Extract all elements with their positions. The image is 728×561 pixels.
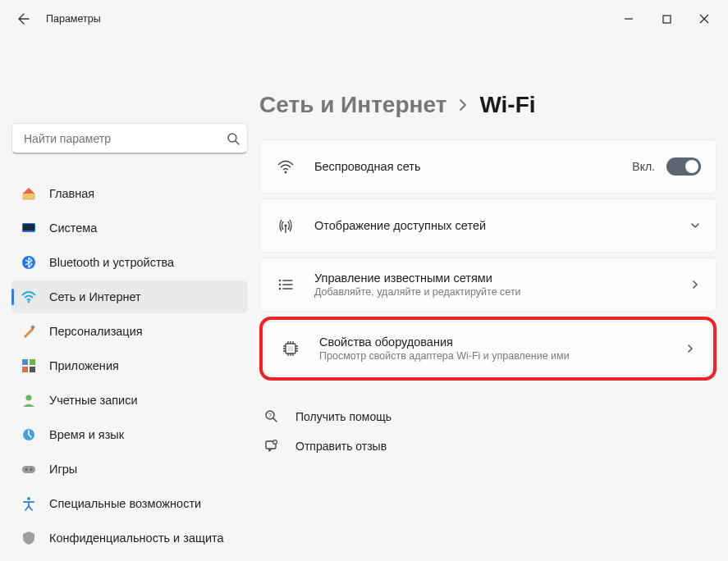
card-subtitle: Просмотр свойств адаптера Wi-Fi и управл… <box>319 350 685 362</box>
breadcrumb-current: Wi-Fi <box>479 92 535 118</box>
svg-rect-7 <box>22 359 28 365</box>
svg-point-5 <box>28 301 30 303</box>
window-controls <box>610 6 723 32</box>
arrow-left-icon <box>17 12 30 25</box>
sidebar-item-label: Система <box>49 221 97 235</box>
bluetooth-icon <box>20 253 38 271</box>
chevron-right-icon <box>685 343 696 354</box>
card-title: Управление известными сетями <box>314 271 689 285</box>
feedback-icon: ! <box>259 439 284 454</box>
card-wireless[interactable]: Беспроводная сеть Вкл. <box>259 139 717 194</box>
sidebar-item-label: Учетные записи <box>49 394 138 407</box>
chevron-down-icon <box>689 220 701 231</box>
svg-rect-13 <box>22 466 35 473</box>
close-icon <box>699 14 709 24</box>
sidebar-item-label: Сеть и Интернет <box>49 290 141 303</box>
svg-point-19 <box>279 280 281 281</box>
personalization-icon <box>20 322 38 340</box>
wireless-toggle[interactable] <box>666 157 701 176</box>
card-available-networks[interactable]: Отображение доступных сетей <box>259 198 717 253</box>
main-content: Сеть и Интернет Wi-Fi Беспроводная сеть … <box>259 38 717 556</box>
antenna-icon <box>273 217 298 235</box>
footer-link-label: Получить помощь <box>295 410 391 423</box>
back-button[interactable] <box>10 5 38 33</box>
sidebar-item-accounts[interactable]: Учетные записи <box>11 384 248 417</box>
privacy-icon <box>20 529 38 547</box>
card-title: Отображение доступных сетей <box>314 219 689 232</box>
card-subtitle: Добавляйте, удаляйте и редактируйте сети <box>314 286 689 298</box>
system-icon <box>20 219 38 237</box>
sidebar-item-network[interactable]: Сеть и Интернет <box>11 280 248 313</box>
chip-icon <box>278 340 303 358</box>
sidebar-item-time-language[interactable]: Время и язык <box>11 418 248 451</box>
svg-rect-3 <box>23 224 34 230</box>
search-box[interactable] <box>11 123 248 154</box>
close-button[interactable] <box>685 6 723 32</box>
accessibility-icon <box>20 495 38 513</box>
apps-icon <box>20 357 38 375</box>
wifi-icon <box>20 288 38 306</box>
wifi-icon <box>273 157 298 176</box>
sidebar-item-label: Главная <box>49 187 94 200</box>
sidebar-item-privacy[interactable]: Конфиденциальность и защита <box>11 522 248 554</box>
footer-links: ? Получить помощь ! Отправить отзыв <box>259 402 717 461</box>
svg-rect-6 <box>30 325 35 330</box>
sidebar-item-label: Приложения <box>49 359 119 372</box>
svg-point-21 <box>279 288 281 290</box>
maximize-button[interactable] <box>648 6 685 32</box>
svg-rect-10 <box>30 367 35 372</box>
sidebar-item-label: Персонализация <box>49 325 143 338</box>
sidebar-item-gaming[interactable]: Игры <box>11 453 248 486</box>
gaming-icon <box>20 460 38 478</box>
sidebar: Главная Система Bluetooth и устройства С… <box>11 38 259 556</box>
svg-rect-23 <box>288 346 293 351</box>
sidebar-item-apps[interactable]: Приложения <box>11 349 248 382</box>
sidebar-item-label: Специальные возможности <box>49 497 201 510</box>
svg-rect-9 <box>22 367 28 372</box>
svg-point-20 <box>279 284 281 285</box>
app-title: Параметры <box>46 13 101 25</box>
sidebar-item-personalization[interactable]: Персонализация <box>11 315 248 348</box>
svg-point-1 <box>228 134 236 142</box>
list-icon <box>273 276 298 294</box>
sidebar-item-bluetooth[interactable]: Bluetooth и устройства <box>11 246 248 279</box>
sidebar-item-home[interactable]: Главная <box>11 177 248 210</box>
footer-link-label: Отправить отзыв <box>295 440 387 453</box>
svg-rect-8 <box>30 359 35 365</box>
breadcrumb-parent[interactable]: Сеть и Интернет <box>259 92 446 118</box>
help-icon: ? <box>259 409 284 424</box>
get-help-link[interactable]: ? Получить помощь <box>259 402 717 431</box>
feedback-link[interactable]: ! Отправить отзыв <box>259 431 717 461</box>
chevron-right-icon <box>689 279 701 290</box>
nav-list: Главная Система Bluetooth и устройства С… <box>11 177 248 554</box>
svg-text:?: ? <box>268 413 272 418</box>
search-icon <box>227 132 240 145</box>
minimize-icon <box>624 14 634 24</box>
breadcrumb: Сеть и Интернет Wi-Fi <box>259 92 717 118</box>
sidebar-item-accessibility[interactable]: Специальные возможности <box>11 487 248 520</box>
search-input[interactable] <box>11 123 248 154</box>
sidebar-item-label: Время и язык <box>49 428 124 441</box>
svg-point-15 <box>30 468 32 470</box>
highlight-box: Свойства оборудования Просмотр свойств а… <box>259 317 717 381</box>
toggle-state-label: Вкл. <box>632 160 655 173</box>
accounts-icon <box>20 391 38 409</box>
time-language-icon <box>20 426 38 444</box>
card-title: Беспроводная сеть <box>314 160 632 173</box>
minimize-button[interactable] <box>610 6 648 32</box>
card-title: Свойства оборудования <box>319 335 685 349</box>
svg-text:!: ! <box>274 440 275 445</box>
card-known-networks[interactable]: Управление известными сетями Добавляйте,… <box>259 258 717 312</box>
chevron-right-icon <box>458 98 468 112</box>
titlebar: Параметры <box>0 0 728 38</box>
svg-point-14 <box>25 468 27 470</box>
sidebar-item-label: Конфиденциальность и защита <box>49 531 224 545</box>
card-hardware-properties[interactable]: Свойства оборудования Просмотр свойств а… <box>264 322 712 376</box>
sidebar-item-label: Bluetooth и устройства <box>49 256 174 269</box>
svg-point-11 <box>26 395 32 401</box>
svg-point-16 <box>27 497 30 500</box>
home-icon <box>20 185 38 203</box>
svg-rect-0 <box>663 16 671 23</box>
maximize-icon <box>662 15 671 24</box>
sidebar-item-system[interactable]: Система <box>11 212 248 244</box>
